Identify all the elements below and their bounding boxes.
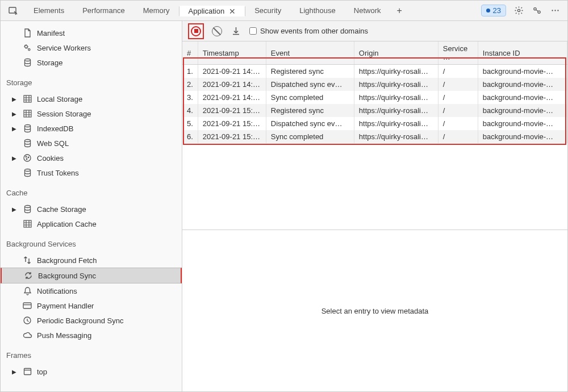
- tab-lighthouse[interactable]: Lighthouse: [290, 6, 345, 16]
- sidebar-item-background-sync[interactable]: Background Sync: [1, 268, 182, 283]
- sidebar-item-cookies[interactable]: ▶ Cookies: [1, 151, 182, 165]
- sidebar-item-manifest[interactable]: Manifest: [1, 26, 182, 40]
- table-row[interactable]: 4.2021-09-21 15:…Registered synchttps://…: [182, 104, 567, 117]
- expand-icon[interactable]: ▶: [12, 369, 18, 375]
- svg-point-7: [25, 45, 28, 48]
- table-row[interactable]: 1.2021-09-21 14:…Registered synchttps://…: [182, 65, 567, 78]
- col-header-origin[interactable]: Origin: [354, 41, 438, 65]
- checkbox-input[interactable]: [249, 27, 257, 35]
- table-row[interactable]: 2.2021-09-21 14:…Dispatched sync ev…http…: [182, 78, 567, 91]
- cell-ts: 2021-09-21 15:…: [198, 104, 266, 117]
- sidebar-item-application-cache[interactable]: Application Cache: [1, 216, 182, 231]
- window-icon: [22, 366, 32, 377]
- sidebar-item-push-messaging[interactable]: Push Messaging: [1, 328, 182, 343]
- cell-event: Registered sync: [266, 104, 354, 117]
- tab-network[interactable]: Network: [345, 6, 390, 16]
- tree-label: Service Workers: [37, 44, 91, 52]
- tab-memory[interactable]: Memory: [134, 6, 179, 16]
- sidebar-item-session-storage[interactable]: ▶ Session Storage: [1, 106, 182, 121]
- cell-instance: background-movie-…: [478, 65, 567, 78]
- expand-icon[interactable]: ▶: [12, 155, 18, 161]
- sidebar-group-storage: Storage: [1, 70, 182, 91]
- svg-rect-21: [23, 303, 31, 308]
- sidebar-group-bg-services: Background Services: [1, 231, 182, 253]
- cell-event: Dispatched sync ev…: [266, 78, 354, 91]
- details-pane: Select an entry to view metadata: [182, 230, 567, 391]
- cell-instance: background-movie-…: [478, 78, 567, 91]
- transfer-icon: [22, 255, 32, 265]
- col-header-service[interactable]: Service …: [438, 41, 478, 65]
- tab-elements[interactable]: Elements: [24, 6, 73, 16]
- sidebar-item-top-frame[interactable]: ▶ top: [1, 364, 182, 379]
- cell-ts: 2021-09-21 15:…: [198, 130, 266, 143]
- col-header-instance[interactable]: Instance ID: [478, 41, 567, 65]
- tree-label: Trust Tokens: [37, 169, 79, 177]
- tab-application[interactable]: Application ✕: [179, 6, 246, 16]
- issue-count: 23: [493, 6, 501, 15]
- col-header-event[interactable]: Event: [266, 41, 354, 65]
- sidebar-item-storage[interactable]: Storage: [1, 55, 182, 70]
- cell-idx: 5.: [182, 117, 198, 130]
- sync-icon: [23, 270, 34, 281]
- save-button[interactable]: [230, 26, 241, 37]
- database-icon: [22, 204, 32, 214]
- cell-ts: 2021-09-21 14:…: [198, 91, 266, 104]
- table-row[interactable]: 5.2021-09-21 15:…Dispatched sync ev…http…: [182, 117, 567, 130]
- show-other-domains-checkbox[interactable]: Show events from other domains: [249, 27, 368, 35]
- table-row[interactable]: 3.2021-09-21 14:…Sync completedhttps://q…: [182, 91, 567, 104]
- sidebar-item-cache-storage[interactable]: ▶ Cache Storage: [1, 202, 182, 216]
- more-tabs-button[interactable]: +: [390, 6, 408, 16]
- svg-point-17: [26, 159, 27, 160]
- sidebar-item-web-sql[interactable]: Web SQL: [1, 136, 182, 151]
- events-table: # Timestamp Event Origin Service … Insta…: [182, 41, 567, 143]
- col-header-index[interactable]: #: [182, 41, 198, 65]
- expand-icon[interactable]: ▶: [12, 111, 18, 117]
- gears-icon: [22, 43, 32, 53]
- sidebar-item-service-workers[interactable]: Service Workers: [1, 40, 182, 55]
- sidebar-item-periodic-background-sync[interactable]: Periodic Background Sync: [1, 313, 182, 328]
- clear-button[interactable]: [212, 26, 222, 36]
- issues-badge[interactable]: 23: [481, 5, 506, 16]
- svg-point-16: [28, 157, 29, 158]
- sidebar-item-payment-handler[interactable]: Payment Handler: [1, 298, 182, 313]
- cell-instance: background-movie-…: [478, 91, 567, 104]
- svg-point-13: [24, 140, 30, 142]
- sidebar-item-local-storage[interactable]: ▶ Local Storage: [1, 91, 182, 106]
- grid-icon: [22, 94, 32, 104]
- grid-icon: [22, 219, 32, 229]
- cell-event: Registered sync: [266, 65, 354, 78]
- tab-performance[interactable]: Performance: [73, 6, 133, 16]
- inspect-icon[interactable]: [5, 3, 21, 19]
- svg-point-5: [554, 10, 556, 11]
- cookie-icon: [22, 153, 32, 163]
- cell-origin: https://quirky-rosali…: [354, 104, 438, 117]
- svg-point-12: [24, 125, 30, 127]
- expand-icon[interactable]: ▶: [12, 96, 18, 102]
- sidebar-group-cache: Cache: [1, 180, 182, 202]
- cell-idx: 1.: [182, 65, 198, 78]
- more-icon[interactable]: [549, 5, 561, 16]
- cell-ts: 2021-09-21 14:…: [198, 65, 266, 78]
- cell-origin: https://quirky-rosali…: [354, 65, 438, 78]
- sidebar-item-background-fetch[interactable]: Background Fetch: [1, 253, 182, 268]
- col-header-timestamp[interactable]: Timestamp: [198, 41, 266, 65]
- gear-icon[interactable]: [513, 5, 524, 16]
- svg-point-8: [28, 49, 30, 51]
- application-sidebar: Manifest Service Workers Storage Storage…: [1, 21, 182, 391]
- checkbox-label-text: Show events from other domains: [260, 27, 368, 35]
- record-button[interactable]: [188, 23, 204, 39]
- cell-origin: https://quirky-rosali…: [354, 117, 438, 130]
- close-icon[interactable]: ✕: [229, 7, 236, 16]
- expand-icon[interactable]: ▶: [12, 126, 18, 132]
- sidebar-item-notifications[interactable]: Notifications: [1, 283, 182, 298]
- tab-label: Application: [189, 7, 225, 15]
- clock-icon: [22, 315, 32, 326]
- expand-icon[interactable]: ▶: [12, 206, 18, 212]
- tab-security[interactable]: Security: [245, 6, 290, 16]
- table-row[interactable]: 6.2021-09-21 15:…Sync completedhttps://q…: [182, 130, 567, 143]
- sidebar-item-indexeddb[interactable]: ▶ IndexedDB: [1, 121, 182, 136]
- svg-point-14: [24, 155, 31, 161]
- customize-icon[interactable]: [531, 5, 542, 16]
- tree-label: IndexedDB: [37, 124, 73, 133]
- sidebar-item-trust-tokens[interactable]: Trust Tokens: [1, 165, 182, 180]
